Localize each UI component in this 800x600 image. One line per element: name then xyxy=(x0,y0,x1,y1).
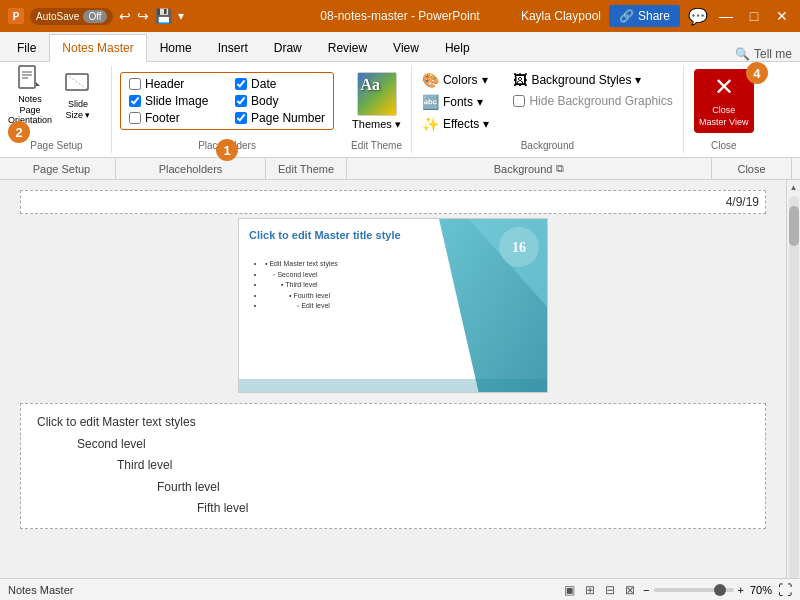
header-checkbox-row: Header xyxy=(129,77,219,91)
date-checkbox-row: Date xyxy=(235,77,325,91)
ribbon-group-edit-theme: Aa Themes ▾ Edit Theme xyxy=(342,66,412,153)
effects-arrow: ▾ xyxy=(483,117,489,131)
view-slide-sorter-icon[interactable]: ⊞ xyxy=(583,583,597,597)
fonts-button[interactable]: 🔤 Fonts ▾ xyxy=(418,92,493,112)
minimize-button[interactable]: — xyxy=(716,6,736,26)
autosave-toggle[interactable]: AutoSave Off xyxy=(30,8,113,25)
scroll-track[interactable] xyxy=(789,196,799,584)
body-checkbox-row: Body xyxy=(235,94,325,108)
colors-arrow: ▾ xyxy=(482,73,488,87)
notes-page-icon xyxy=(14,64,46,92)
page-number-checkbox[interactable] xyxy=(235,112,247,124)
badge-4: 4 xyxy=(746,62,768,84)
background-styles-button[interactable]: 🖼 Background Styles ▾ xyxy=(509,70,676,90)
ribbon-group-close: ✕ CloseMaster View 4 Close xyxy=(684,66,764,153)
body-checkbox[interactable] xyxy=(235,95,247,107)
zoom-track[interactable] xyxy=(654,588,734,592)
zoom-in-icon[interactable]: + xyxy=(738,584,744,596)
notes-line-3: Fourth level xyxy=(37,477,749,499)
save-icon[interactable]: 💾 xyxy=(155,8,172,24)
colors-button[interactable]: 🎨 Colors ▾ xyxy=(418,70,493,90)
colors-label: Colors xyxy=(443,73,478,87)
share-icon: 🔗 xyxy=(619,9,634,23)
slide-size-button[interactable]: SlideSize ▾ xyxy=(56,66,100,124)
autosave-state[interactable]: Off xyxy=(83,10,106,23)
main-area: 4/9/19 xyxy=(0,180,800,600)
date-checkbox[interactable] xyxy=(235,78,247,90)
tab-view[interactable]: View xyxy=(380,33,432,61)
close-master-view-button[interactable]: ✕ CloseMaster View xyxy=(694,69,754,133)
footer-label: Footer xyxy=(145,111,180,125)
section-placeholders: Placeholders xyxy=(116,158,266,179)
background-expand-icon[interactable]: ⧉ xyxy=(556,162,564,175)
notes-page-orientation-button[interactable]: Notes PageOrientation xyxy=(8,66,52,124)
footer-checkbox[interactable] xyxy=(129,112,141,124)
svg-text:16: 16 xyxy=(512,240,526,255)
badge-2: 2 xyxy=(8,121,30,143)
slide-size-icon xyxy=(62,69,94,97)
zoom-thumb[interactable] xyxy=(714,584,726,596)
notes-box[interactable]: Click to edit Master text styles Second … xyxy=(20,403,766,529)
tab-help[interactable]: Help xyxy=(432,33,483,61)
maximize-button[interactable]: □ xyxy=(744,6,764,26)
slide-title: Click to edit Master title style xyxy=(249,229,401,241)
background-right-col: 🖼 Background Styles ▾ Hide Background Gr… xyxy=(509,66,676,136)
tell-me-label[interactable]: Tell me xyxy=(754,47,792,61)
date-value: 4/9/19 xyxy=(726,195,759,209)
background-group-label: Background xyxy=(418,136,677,153)
fonts-icon: 🔤 xyxy=(422,94,439,110)
app-icon: P xyxy=(8,8,24,24)
effects-button[interactable]: ✨ Effects ▾ xyxy=(418,114,493,134)
themes-button[interactable]: Aa Themes ▾ xyxy=(348,68,405,135)
zoom-out-icon[interactable]: − xyxy=(643,584,649,596)
redo-icon[interactable]: ↪ xyxy=(137,8,149,24)
page-number-checkbox-row: Page Number xyxy=(235,111,325,125)
section-page-setup: Page Setup xyxy=(8,158,116,179)
more-icon[interactable]: ▾ xyxy=(178,9,184,23)
comment-icon[interactable]: 💬 xyxy=(688,7,708,26)
slide-thumbnail[interactable]: 16 Click to edit Master title style • Ed… xyxy=(238,218,548,393)
close-button[interactable]: ✕ xyxy=(772,6,792,26)
ribbon-section-bar: Page Setup Placeholders Edit Theme Backg… xyxy=(0,158,800,180)
view-normal-icon[interactable]: ▣ xyxy=(562,583,577,597)
fonts-label: Fonts xyxy=(443,95,473,109)
window-title: 08-notes-master - PowerPoint xyxy=(320,9,479,23)
notes-line-2: Third level xyxy=(37,455,749,477)
zoom-slider[interactable]: − + xyxy=(643,584,744,596)
hide-bg-row: Hide Background Graphics xyxy=(509,92,676,110)
header-checkbox[interactable] xyxy=(129,78,141,90)
zoom-level[interactable]: 70% xyxy=(750,584,772,596)
slide-image-checkbox[interactable] xyxy=(129,95,141,107)
scroll-thumb[interactable] xyxy=(789,206,799,246)
svg-rect-0 xyxy=(19,66,35,88)
themes-label: Themes ▾ xyxy=(352,118,401,131)
tab-review[interactable]: Review xyxy=(315,33,380,61)
tab-insert[interactable]: Insert xyxy=(205,33,261,61)
tab-notes-master[interactable]: Notes Master xyxy=(49,34,146,62)
undo-icon[interactable]: ↩ xyxy=(119,8,131,24)
slide-inner: 16 Click to edit Master title style • Ed… xyxy=(239,219,547,392)
effects-icon: ✨ xyxy=(422,116,439,132)
body-label: Body xyxy=(251,94,278,108)
background-left-col: 🎨 Colors ▾ 🔤 Fonts ▾ ✨ Effects ▾ xyxy=(418,66,493,136)
fit-slide-icon[interactable]: ⛶ xyxy=(778,582,792,598)
scroll-up-arrow[interactable]: ▲ xyxy=(787,180,801,194)
view-slideshow-icon[interactable]: ⊠ xyxy=(623,583,637,597)
view-reading-icon[interactable]: ⊟ xyxy=(603,583,617,597)
autosave-label: AutoSave xyxy=(36,11,79,22)
notes-line-1: Second level xyxy=(37,434,749,456)
placeholders-box: Header Date Slide Image Body xyxy=(120,72,334,130)
tab-file[interactable]: File xyxy=(4,33,49,61)
vertical-scrollbar[interactable]: ▲ ▼ xyxy=(786,180,800,600)
bg-styles-icon: 🖼 xyxy=(513,72,527,88)
ribbon-group-placeholders: Header Date Slide Image Body xyxy=(112,66,342,153)
share-button[interactable]: 🔗 Share xyxy=(609,5,680,27)
tab-home[interactable]: Home xyxy=(147,33,205,61)
hide-bg-checkbox[interactable] xyxy=(513,95,525,107)
slide-image-label: Slide Image xyxy=(145,94,208,108)
date-area: 4/9/19 xyxy=(20,190,766,214)
tab-draw[interactable]: Draw xyxy=(261,33,315,61)
hide-bg-label: Hide Background Graphics xyxy=(529,94,672,108)
status-label: Notes Master xyxy=(8,584,73,596)
effects-label: Effects xyxy=(443,117,479,131)
